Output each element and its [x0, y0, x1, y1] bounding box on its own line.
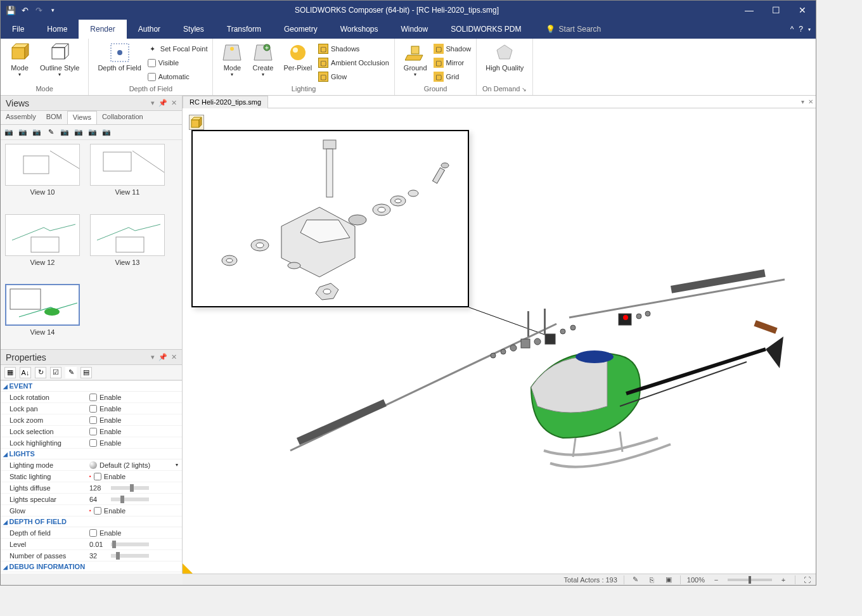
viewport-canvas[interactable]: [183, 108, 816, 574]
doc-dropdown-icon[interactable]: ▾: [801, 98, 804, 105]
document-tab[interactable]: RC Heli-2020_tips.smg: [183, 96, 268, 108]
views-tool-1-icon[interactable]: 📷: [3, 127, 15, 138]
prop-dof-passes[interactable]: Number of passes32: [1, 550, 182, 561]
prop-lights-specular[interactable]: Lights specular64: [1, 494, 182, 505]
prop-tool-3-icon[interactable]: ↻: [35, 367, 46, 378]
close-button[interactable]: ✕: [789, 1, 816, 20]
minimize-button[interactable]: —: [736, 1, 762, 20]
ground-mirror-button[interactable]: ▢Mirror: [434, 56, 472, 69]
help-icon[interactable]: ?: [799, 25, 803, 34]
views-tool-7-icon[interactable]: 📷: [87, 127, 98, 138]
prop-cad-source[interactable]: CAD source fileC:\1-SW Demos\SolidW...: [1, 572, 182, 574]
prop-lock-highlighting[interactable]: Lock highlightingEnable: [1, 437, 182, 449]
section-debug[interactable]: DEBUG INFORMATION: [1, 561, 182, 572]
menu-window[interactable]: Window: [390, 20, 440, 39]
dof-visible-checkbox[interactable]: Visible: [148, 56, 208, 69]
prop-options-icon[interactable]: ▾: [151, 353, 155, 361]
zoom-slider[interactable]: [728, 579, 772, 581]
ground-button[interactable]: Ground▾: [400, 41, 431, 79]
helicopter-model[interactable]: [265, 248, 797, 501]
maximize-button[interactable]: ☐: [762, 1, 789, 20]
menu-workshops[interactable]: Workshops: [329, 20, 390, 39]
status-fullscreen-icon[interactable]: ⛶: [802, 575, 812, 584]
prop-lock-pan[interactable]: Lock panEnable: [1, 403, 182, 414]
depth-of-field-button[interactable]: Depth of Field: [94, 41, 145, 73]
menu-render[interactable]: Render: [79, 20, 126, 39]
status-icon-2[interactable]: ⎘: [647, 575, 657, 584]
corner-flag-icon[interactable]: [183, 563, 193, 574]
undo-icon[interactable]: ↶: [20, 5, 30, 15]
help-dropdown-icon[interactable]: ▾: [808, 27, 811, 32]
prop-tool-4-icon[interactable]: ☑: [50, 367, 61, 378]
menu-author[interactable]: Author: [127, 20, 172, 39]
thumb-view-14[interactable]: [5, 284, 80, 326]
menu-pdm[interactable]: SOLIDWORKS PDM: [439, 20, 532, 39]
redo-icon[interactable]: ↷: [34, 5, 44, 15]
status-icon-1[interactable]: ✎: [631, 575, 641, 584]
high-quality-button[interactable]: High Quality: [482, 41, 527, 73]
per-pixel-button[interactable]: Per-Pixel: [280, 41, 316, 73]
ground-grid-button[interactable]: ▢Grid: [434, 70, 472, 83]
prop-tool-5-icon[interactable]: ✎: [65, 367, 77, 378]
zoom-in-icon[interactable]: +: [778, 575, 788, 584]
prop-pin-icon[interactable]: 📌: [158, 353, 167, 361]
panel-options-icon[interactable]: ▾: [151, 99, 155, 107]
menu-styles[interactable]: Styles: [172, 20, 216, 39]
qat-dropdown-icon[interactable]: ▾: [48, 5, 58, 15]
prop-dof-level[interactable]: Level0.01: [1, 539, 182, 550]
search-box[interactable]: 💡 Start Search: [546, 20, 601, 39]
shadows-button[interactable]: ▢Shadows: [318, 42, 389, 55]
views-tool-5-icon[interactable]: 📷: [59, 127, 70, 138]
svg-point-7: [117, 50, 122, 55]
doc-close-icon[interactable]: ✕: [808, 98, 813, 105]
mode-button[interactable]: Mode▾: [6, 41, 34, 79]
tab-assembly[interactable]: Assembly: [1, 111, 41, 124]
glow-button[interactable]: ▢Glow: [318, 70, 389, 83]
menu-geometry[interactable]: Geometry: [273, 20, 329, 39]
lighting-mode-button[interactable]: Mode▾: [218, 41, 246, 79]
prop-static-lighting[interactable]: Static lighting▪Enable: [1, 471, 182, 482]
lighting-create-button[interactable]: + Create▾: [248, 41, 277, 79]
panel-close-icon[interactable]: ✕: [171, 99, 177, 107]
prop-lock-rotation[interactable]: Lock rotationEnable: [1, 392, 182, 403]
views-tool-8-icon[interactable]: 📷: [101, 127, 112, 138]
prop-close-icon[interactable]: ✕: [171, 353, 177, 361]
main-viewport[interactable]: RC Heli-2020_tips.smg ▾ ✕: [183, 96, 816, 574]
prop-lights-diffuse[interactable]: Lights diffuse128: [1, 482, 182, 494]
prop-lock-selection[interactable]: Lock selectionEnable: [1, 426, 182, 437]
tab-collaboration[interactable]: Collaboration: [97, 111, 148, 124]
views-tool-4-icon[interactable]: ✎: [45, 127, 56, 138]
set-focal-point-button[interactable]: ✦Set Focal Point: [148, 42, 208, 55]
views-tool-6-icon[interactable]: 📷: [73, 127, 84, 138]
thumb-view-13[interactable]: [90, 214, 165, 256]
dof-automatic-checkbox[interactable]: Automatic: [148, 70, 208, 83]
status-icon-3[interactable]: ▣: [664, 575, 674, 584]
views-tool-2-icon[interactable]: 📷: [17, 127, 29, 138]
prop-tool-1-icon[interactable]: ▦: [4, 367, 16, 378]
section-event[interactable]: EVENT: [1, 380, 182, 392]
prop-lock-zoom[interactable]: Lock zoomEnable: [1, 414, 182, 426]
menu-transform[interactable]: Transform: [216, 20, 273, 39]
collapse-ribbon-icon[interactable]: ^: [790, 25, 794, 34]
ground-shadow-button[interactable]: ▢Shadow: [434, 42, 472, 55]
thumb-view-11[interactable]: [90, 144, 165, 186]
prop-lighting-mode[interactable]: Lighting modeDefault (2 lights)▾: [1, 459, 182, 471]
thumb-view-10[interactable]: [5, 144, 80, 186]
ambient-occlusion-button[interactable]: ▢Ambient Occlusion: [318, 56, 389, 69]
menu-file[interactable]: File: [1, 20, 35, 39]
prop-glow[interactable]: Glow▪Enable: [1, 505, 182, 517]
prop-dof-enable[interactable]: Depth of fieldEnable: [1, 527, 182, 539]
thumb-view-12[interactable]: [5, 214, 80, 256]
tab-views[interactable]: Views: [67, 111, 97, 124]
prop-tool-6-icon[interactable]: ▤: [80, 367, 92, 378]
section-dof[interactable]: DEPTH OF FIELD: [1, 517, 182, 527]
section-lights[interactable]: LIGHTS: [1, 449, 182, 459]
save-icon[interactable]: 💾: [6, 5, 16, 15]
tab-bom[interactable]: BOM: [41, 111, 67, 124]
panel-pin-icon[interactable]: 📌: [158, 99, 167, 107]
outline-style-button[interactable]: Outline Style▾: [36, 41, 83, 79]
menu-home[interactable]: Home: [35, 20, 79, 39]
zoom-out-icon[interactable]: −: [711, 575, 721, 584]
prop-tool-2-icon[interactable]: A↓: [20, 367, 31, 378]
views-tool-3-icon[interactable]: 📷: [31, 127, 42, 138]
